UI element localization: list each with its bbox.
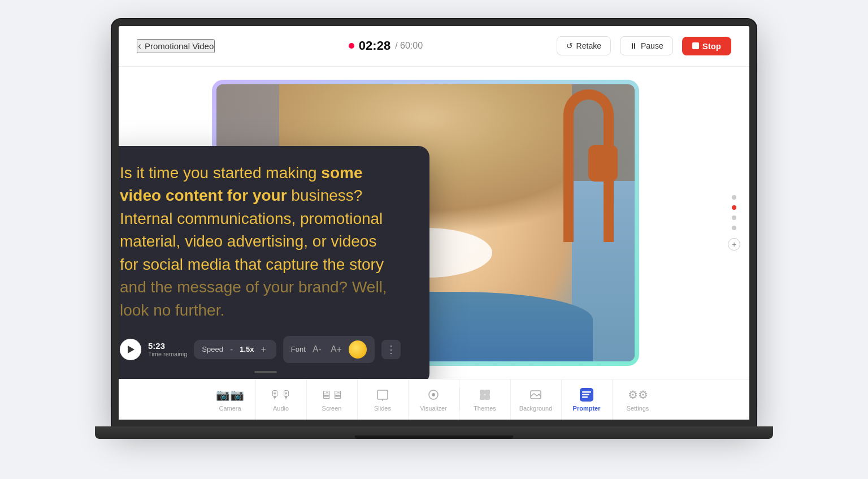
- toolbar-item-background[interactable]: Background: [511, 379, 562, 420]
- prompter-drag-handle[interactable]: [254, 371, 277, 373]
- toolbar-item-audio[interactable]: 🎙 Audio: [256, 379, 307, 420]
- nav-dot-1[interactable]: [732, 195, 736, 200]
- font-control: Font A- A+: [283, 336, 375, 363]
- font-increase-button[interactable]: A+: [328, 344, 344, 355]
- background-icon: [528, 387, 544, 403]
- back-arrow-icon: ‹: [138, 40, 141, 52]
- toolbar-label-settings: Settings: [627, 405, 649, 412]
- prompter-card: Is it time you started making somevideo …: [119, 146, 429, 379]
- toolbar-item-screen[interactable]: 🖥 Screen: [307, 379, 358, 420]
- settings-icon: ⚙: [630, 387, 646, 403]
- toolbar-item-visualizer[interactable]: Visualizer: [409, 379, 459, 420]
- audio-icon: 🎙: [273, 387, 289, 403]
- stop-icon: [692, 42, 699, 49]
- laptop-base: [95, 426, 773, 439]
- nav-dot-3[interactable]: [732, 215, 736, 220]
- prompter-controls: 5:23 Time remainig Speed - 1.5x + Font: [120, 336, 411, 363]
- speed-label: Speed: [202, 345, 223, 353]
- pause-icon: ⏸: [630, 41, 637, 50]
- project-title: Promotional Video: [145, 41, 214, 51]
- stop-label: Stop: [702, 41, 721, 51]
- retake-icon: ↺: [566, 41, 573, 50]
- svg-rect-12: [582, 396, 588, 398]
- toolbar-item-settings[interactable]: ⚙ Settings: [613, 379, 663, 420]
- toolbar-item-themes[interactable]: Themes: [460, 379, 511, 420]
- nav-dot-2[interactable]: [732, 205, 736, 210]
- toolbar-label-themes: Themes: [474, 405, 496, 412]
- svg-point-3: [432, 393, 435, 396]
- toolbar-label-slides: Slides: [374, 405, 391, 412]
- timer-area: 02:28 / 60:00: [349, 38, 423, 53]
- toolbar-label-prompter: Prompter: [573, 405, 601, 412]
- top-bar-left: ‹ Promotional Video: [137, 39, 215, 53]
- svg-rect-7: [485, 395, 490, 400]
- pause-button[interactable]: ⏸ Pause: [620, 36, 673, 55]
- speed-control: Speed - 1.5x +: [194, 340, 276, 359]
- speed-value: 1.5x: [240, 345, 254, 353]
- timer-total: / 60:00: [395, 41, 423, 51]
- pause-label: Pause: [641, 41, 663, 50]
- back-button[interactable]: ‹ Promotional Video: [137, 39, 215, 53]
- toolbar-label-audio: Audio: [273, 405, 289, 412]
- prompter-bold: somevideo content for your: [120, 164, 363, 205]
- bottom-toolbar: 📷 Camera 🎙 Audio 🖥 Screen Slides: [119, 379, 749, 420]
- font-decrease-button[interactable]: A-: [310, 344, 324, 355]
- themes-icon: [477, 387, 493, 403]
- svg-rect-5: [485, 390, 490, 395]
- toolbar-item-camera[interactable]: 📷 Camera: [205, 379, 256, 420]
- toolbar-item-slides[interactable]: Slides: [358, 379, 409, 420]
- laptop-screen: ‹ Promotional Video 02:28 / 60:00 ↺ R: [112, 19, 756, 426]
- theme-toggle-button[interactable]: [349, 340, 367, 359]
- main-content: + Is it time you started making somevide…: [119, 67, 749, 379]
- top-bar: ‹ Promotional Video 02:28 / 60:00 ↺ R: [119, 26, 749, 67]
- app-container: ‹ Promotional Video 02:28 / 60:00 ↺ R: [119, 26, 749, 420]
- time-remaining: 5:23 Time remainig: [148, 341, 187, 357]
- more-options-button[interactable]: ⋮: [381, 340, 401, 359]
- nav-dot-4[interactable]: [732, 226, 736, 230]
- svg-rect-6: [480, 395, 485, 400]
- retake-label: Retake: [576, 41, 601, 50]
- toolbar-label-background: Background: [519, 405, 553, 412]
- more-icon: ⋮: [386, 343, 396, 356]
- retake-button[interactable]: ↺ Retake: [557, 36, 611, 55]
- stop-button[interactable]: Stop: [682, 37, 731, 55]
- side-navigation: +: [728, 195, 740, 251]
- laptop-wrapper: ‹ Promotional Video 02:28 / 60:00 ↺ R: [95, 19, 773, 460]
- svg-rect-10: [582, 391, 591, 393]
- top-bar-actions: ↺ Retake ⏸ Pause Stop: [557, 36, 731, 55]
- speed-decrease-button[interactable]: -: [228, 344, 235, 355]
- prompter-text: Is it time you started making somevideo …: [120, 162, 411, 322]
- svg-rect-4: [480, 390, 485, 395]
- prompter-time-value: 5:23: [148, 341, 187, 351]
- svg-rect-11: [582, 394, 589, 396]
- play-triangle-icon: [128, 346, 134, 353]
- screen-icon: 🖥: [324, 387, 340, 403]
- toolbar-label-screen: Screen: [322, 405, 342, 412]
- toolbar-label-visualizer: Visualizer: [420, 405, 447, 412]
- toolbar-item-prompter[interactable]: Prompter: [562, 379, 613, 420]
- nav-add-button[interactable]: +: [728, 238, 740, 251]
- visualizer-icon: [426, 387, 441, 403]
- record-indicator: [349, 43, 354, 49]
- prompter-play-button[interactable]: [120, 339, 141, 360]
- speed-increase-button[interactable]: +: [259, 344, 268, 355]
- slides-icon: [375, 387, 390, 403]
- camera-icon: 📷: [222, 387, 238, 403]
- svg-rect-0: [377, 390, 388, 399]
- timer-current: 02:28: [359, 38, 390, 53]
- prompter-faded: and the message of your brand? Well,look…: [120, 278, 387, 319]
- video-area: + Is it time you started making somevide…: [119, 67, 749, 379]
- font-label: Font: [291, 345, 306, 353]
- prompter-icon: [579, 387, 594, 403]
- toolbar-label-camera: Camera: [219, 405, 241, 412]
- prompter-time-label: Time remainig: [148, 351, 187, 357]
